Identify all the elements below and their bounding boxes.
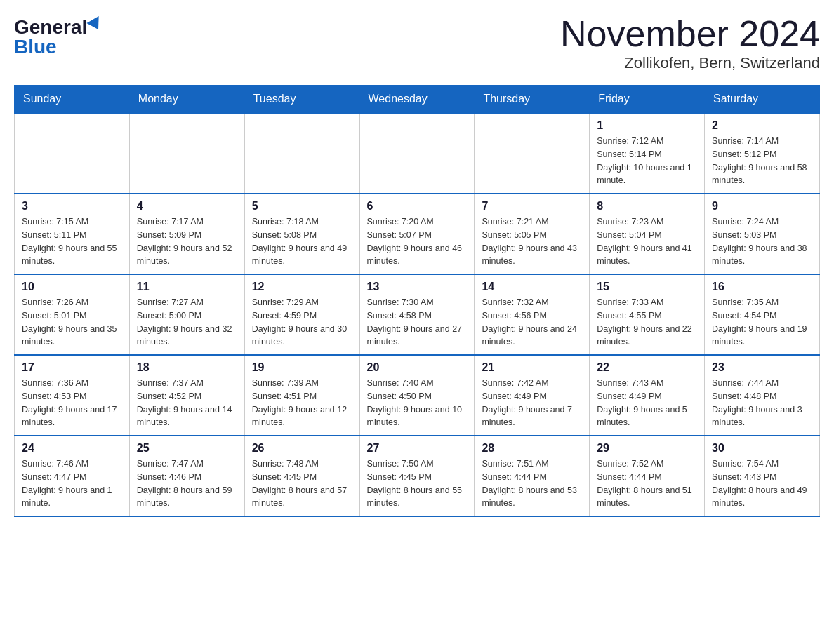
calendar-cell: [129, 113, 244, 194]
day-info: Sunrise: 7:15 AM Sunset: 5:11 PM Dayligh…: [22, 215, 122, 268]
calendar-cell: 22Sunrise: 7:43 AM Sunset: 4:49 PM Dayli…: [590, 355, 705, 436]
calendar-cell: 30Sunrise: 7:54 AM Sunset: 4:43 PM Dayli…: [705, 436, 820, 516]
day-info: Sunrise: 7:26 AM Sunset: 5:01 PM Dayligh…: [22, 296, 122, 349]
day-number: 10: [22, 281, 122, 293]
day-number: 16: [712, 281, 812, 293]
day-number: 28: [482, 442, 582, 455]
day-number: 25: [137, 442, 237, 455]
calendar-cell: [475, 113, 590, 194]
day-number: 7: [482, 200, 582, 213]
day-number: 22: [597, 361, 697, 374]
day-number: 5: [252, 200, 352, 213]
page-header: General Blue November 2024 Zollikofen, B…: [14, 14, 820, 72]
calendar-week-3: 10Sunrise: 7:26 AM Sunset: 5:01 PM Dayli…: [15, 274, 820, 355]
day-info: Sunrise: 7:54 AM Sunset: 4:43 PM Dayligh…: [712, 457, 812, 510]
calendar-cell: 5Sunrise: 7:18 AM Sunset: 5:08 PM Daylig…: [244, 194, 359, 274]
logo-blue-text: Blue: [14, 37, 57, 57]
calendar-cell: [15, 113, 130, 194]
calendar-cell: [244, 113, 359, 194]
calendar-cell: 28Sunrise: 7:51 AM Sunset: 4:44 PM Dayli…: [475, 436, 590, 516]
calendar-cell: 12Sunrise: 7:29 AM Sunset: 4:59 PM Dayli…: [244, 274, 359, 355]
day-number: 19: [252, 361, 352, 374]
logo-triangle-icon: [87, 16, 105, 33]
day-header-wednesday: Wednesday: [359, 86, 475, 114]
day-info: Sunrise: 7:50 AM Sunset: 4:45 PM Dayligh…: [367, 457, 468, 510]
day-info: Sunrise: 7:46 AM Sunset: 4:47 PM Dayligh…: [22, 457, 122, 510]
calendar-cell: 15Sunrise: 7:33 AM Sunset: 4:55 PM Dayli…: [590, 274, 705, 355]
day-number: 21: [482, 361, 582, 374]
day-info: Sunrise: 7:48 AM Sunset: 4:45 PM Dayligh…: [252, 457, 352, 510]
logo-general-text: General: [14, 18, 87, 37]
title-block: November 2024 Zollikofen, Bern, Switzerl…: [560, 14, 820, 72]
day-info: Sunrise: 7:30 AM Sunset: 4:58 PM Dayligh…: [367, 296, 468, 349]
calendar-cell: 18Sunrise: 7:37 AM Sunset: 4:52 PM Dayli…: [129, 355, 244, 436]
day-info: Sunrise: 7:23 AM Sunset: 5:04 PM Dayligh…: [597, 215, 697, 268]
day-header-monday: Monday: [129, 86, 244, 114]
calendar-cell: 2Sunrise: 7:14 AM Sunset: 5:12 PM Daylig…: [705, 113, 820, 194]
day-header-thursday: Thursday: [475, 86, 590, 114]
day-number: 12: [252, 281, 352, 293]
day-info: Sunrise: 7:47 AM Sunset: 4:46 PM Dayligh…: [137, 457, 237, 510]
day-number: 26: [252, 442, 352, 455]
day-info: Sunrise: 7:36 AM Sunset: 4:53 PM Dayligh…: [22, 377, 122, 429]
day-header-sunday: Sunday: [15, 86, 130, 114]
day-info: Sunrise: 7:27 AM Sunset: 5:00 PM Dayligh…: [137, 296, 237, 349]
day-number: 9: [712, 200, 812, 213]
calendar-cell: 13Sunrise: 7:30 AM Sunset: 4:58 PM Dayli…: [359, 274, 475, 355]
day-number: 29: [597, 442, 697, 455]
day-info: Sunrise: 7:40 AM Sunset: 4:50 PM Dayligh…: [367, 377, 468, 429]
calendar-week-2: 3Sunrise: 7:15 AM Sunset: 5:11 PM Daylig…: [15, 194, 820, 274]
day-number: 2: [712, 119, 812, 132]
calendar-cell: 20Sunrise: 7:40 AM Sunset: 4:50 PM Dayli…: [359, 355, 475, 436]
day-header-saturday: Saturday: [705, 86, 820, 114]
calendar-cell: 23Sunrise: 7:44 AM Sunset: 4:48 PM Dayli…: [705, 355, 820, 436]
day-info: Sunrise: 7:33 AM Sunset: 4:55 PM Dayligh…: [597, 296, 697, 349]
calendar-cell: [359, 113, 475, 194]
day-number: 1: [597, 119, 697, 132]
calendar-week-4: 17Sunrise: 7:36 AM Sunset: 4:53 PM Dayli…: [15, 355, 820, 436]
day-number: 14: [482, 281, 582, 293]
day-info: Sunrise: 7:12 AM Sunset: 5:14 PM Dayligh…: [597, 135, 697, 187]
calendar-title: November 2024: [560, 14, 820, 54]
calendar-week-5: 24Sunrise: 7:46 AM Sunset: 4:47 PM Dayli…: [15, 436, 820, 516]
calendar-cell: 26Sunrise: 7:48 AM Sunset: 4:45 PM Dayli…: [244, 436, 359, 516]
day-info: Sunrise: 7:20 AM Sunset: 5:07 PM Dayligh…: [367, 215, 468, 268]
calendar-cell: 7Sunrise: 7:21 AM Sunset: 5:05 PM Daylig…: [475, 194, 590, 274]
calendar-cell: 19Sunrise: 7:39 AM Sunset: 4:51 PM Dayli…: [244, 355, 359, 436]
day-header-tuesday: Tuesday: [244, 86, 359, 114]
calendar-cell: 3Sunrise: 7:15 AM Sunset: 5:11 PM Daylig…: [15, 194, 130, 274]
calendar-header-row: SundayMondayTuesdayWednesdayThursdayFrid…: [15, 86, 820, 114]
calendar-cell: 4Sunrise: 7:17 AM Sunset: 5:09 PM Daylig…: [129, 194, 244, 274]
calendar-cell: 29Sunrise: 7:52 AM Sunset: 4:44 PM Dayli…: [590, 436, 705, 516]
calendar-cell: 25Sunrise: 7:47 AM Sunset: 4:46 PM Dayli…: [129, 436, 244, 516]
day-number: 23: [712, 361, 812, 374]
calendar-cell: 10Sunrise: 7:26 AM Sunset: 5:01 PM Dayli…: [15, 274, 130, 355]
day-number: 27: [367, 442, 468, 455]
calendar-cell: 21Sunrise: 7:42 AM Sunset: 4:49 PM Dayli…: [475, 355, 590, 436]
day-info: Sunrise: 7:44 AM Sunset: 4:48 PM Dayligh…: [712, 377, 812, 429]
day-info: Sunrise: 7:42 AM Sunset: 4:49 PM Dayligh…: [482, 377, 582, 429]
day-number: 13: [367, 281, 468, 293]
calendar-cell: 17Sunrise: 7:36 AM Sunset: 4:53 PM Dayli…: [15, 355, 130, 436]
calendar-cell: 11Sunrise: 7:27 AM Sunset: 5:00 PM Dayli…: [129, 274, 244, 355]
day-info: Sunrise: 7:39 AM Sunset: 4:51 PM Dayligh…: [252, 377, 352, 429]
day-info: Sunrise: 7:14 AM Sunset: 5:12 PM Dayligh…: [712, 135, 812, 187]
calendar-cell: 14Sunrise: 7:32 AM Sunset: 4:56 PM Dayli…: [475, 274, 590, 355]
calendar-cell: 6Sunrise: 7:20 AM Sunset: 5:07 PM Daylig…: [359, 194, 475, 274]
day-number: 18: [137, 361, 237, 374]
calendar-cell: 16Sunrise: 7:35 AM Sunset: 4:54 PM Dayli…: [705, 274, 820, 355]
day-info: Sunrise: 7:43 AM Sunset: 4:49 PM Dayligh…: [597, 377, 697, 429]
day-info: Sunrise: 7:29 AM Sunset: 4:59 PM Dayligh…: [252, 296, 352, 349]
day-info: Sunrise: 7:51 AM Sunset: 4:44 PM Dayligh…: [482, 457, 582, 510]
day-number: 24: [22, 442, 122, 455]
day-number: 4: [137, 200, 237, 213]
day-info: Sunrise: 7:52 AM Sunset: 4:44 PM Dayligh…: [597, 457, 697, 510]
day-info: Sunrise: 7:32 AM Sunset: 4:56 PM Dayligh…: [482, 296, 582, 349]
day-number: 11: [137, 281, 237, 293]
calendar-cell: 9Sunrise: 7:24 AM Sunset: 5:03 PM Daylig…: [705, 194, 820, 274]
calendar-cell: 1Sunrise: 7:12 AM Sunset: 5:14 PM Daylig…: [590, 113, 705, 194]
day-number: 15: [597, 281, 697, 293]
day-number: 17: [22, 361, 122, 374]
calendar-cell: 24Sunrise: 7:46 AM Sunset: 4:47 PM Dayli…: [15, 436, 130, 516]
day-number: 8: [597, 200, 697, 213]
